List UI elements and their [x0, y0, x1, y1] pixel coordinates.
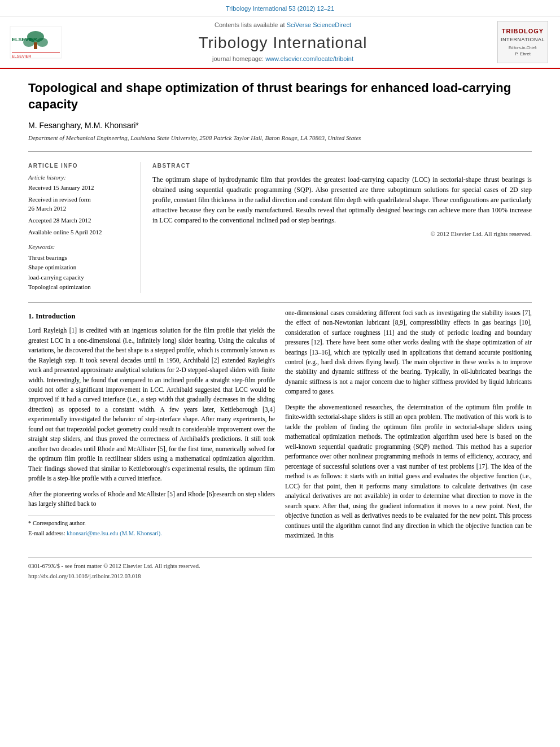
contents-note: Contents lists available at SciVerse Sci… [215, 21, 351, 29]
body-para-1: Lord Rayleigh [1] is credited with an in… [28, 326, 275, 484]
svg-rect-7 [12, 53, 60, 53]
body-divider [28, 302, 532, 303]
journal-header: ELSEVIER ELSEVIER Contents lists availab… [0, 16, 560, 69]
keyword-1: Thrust bearings [28, 254, 132, 262]
tribology-badge: TRIBOLOGY INTERNATIONAL Editors-in-Chief… [497, 21, 548, 63]
svg-text:ELSEVIER: ELSEVIER [12, 54, 31, 58]
article-info-col: ARTICLE INFO Article history: Received 1… [28, 162, 141, 292]
header-divider [28, 151, 532, 152]
abstract-copyright: © 2012 Elsevier Ltd. All rights reserved… [152, 230, 532, 238]
body-right-para-2: Despite the abovementioned researches, t… [285, 403, 532, 541]
abstract-title: ABSTRACT [152, 162, 532, 170]
badge-title: TRIBOLOGY [502, 27, 544, 36]
affiliation: Department of Mechanical Engineering, Lo… [28, 134, 532, 142]
article-content: Topological and shape optimization of th… [0, 69, 560, 592]
body-right-col: one-dimensional cases considering differ… [285, 308, 532, 547]
body-left-col: 1. Introduction Lord Rayleigh [1] is cre… [28, 308, 275, 547]
journal-header-center: Contents lists available at SciVerse Sci… [77, 21, 489, 63]
received-date: Received 15 January 2012 [28, 184, 132, 192]
body-para-2: After the pioneering works of Rhode and … [28, 490, 275, 509]
journal-citation-link[interactable]: Tribology International 53 (2012) 12–21 [226, 5, 334, 12]
top-bar: Tribology International 53 (2012) 12–21 [0, 0, 560, 16]
homepage-link[interactable]: www.elsevier.com/locate/triboint [265, 55, 353, 62]
journal-homepage: journal homepage: www.elsevier.com/locat… [212, 55, 353, 63]
svg-rect-6 [34, 42, 37, 49]
badge-line1: Editors-in-Chief: [509, 45, 537, 51]
revised-date: Received in revised form 26 March 2012 [28, 195, 132, 213]
abstract-col: ABSTRACT The optimum shape of hydrodynam… [152, 162, 532, 292]
online-date: Available online 5 April 2012 [28, 228, 132, 237]
svg-point-4 [23, 38, 34, 47]
article-meta-row: ARTICLE INFO Article history: Received 1… [28, 158, 532, 292]
svg-point-5 [37, 38, 48, 47]
sciverse-link[interactable]: SciVerse ScienceDirect [287, 21, 351, 28]
corresponding-note: * Corresponding author. E-mail address: … [28, 515, 275, 539]
keyword-4: Topological optimization [28, 283, 132, 291]
article-info-title: ARTICLE INFO [28, 162, 132, 170]
authors: M. Fesanghary, M.M. Khonsari* [28, 120, 532, 132]
keyword-3: load-carrying capacity [28, 273, 132, 282]
history-label: Article history: [28, 173, 132, 182]
body-right-para-1: one-dimensional cases considering differ… [285, 308, 532, 397]
abstract-text: The optimum shape of hydrodynamic film t… [152, 174, 532, 225]
article-footer: 0301-679X/$ - see front matter © 2012 El… [28, 557, 532, 580]
keywords-label: Keywords: [28, 243, 132, 251]
corresponding-star-note: * Corresponding author. [28, 519, 275, 528]
email-label: E-mail address: [28, 530, 65, 536]
journal-title: Tribology International [198, 32, 367, 54]
publisher-logo-area: ELSEVIER ELSEVIER [9, 21, 71, 63]
issn-line: 0301-679X/$ - see front matter © 2012 El… [28, 562, 532, 571]
section1-heading: 1. Introduction [28, 311, 275, 322]
email-link[interactable]: khonsari@me.lsu.edu (M.M. Khonsari). [67, 530, 162, 536]
badge-subtitle: INTERNATIONAL [501, 36, 545, 43]
keyword-2: Shape optimization [28, 263, 132, 272]
email-note: E-mail address: khonsari@me.lsu.edu (M.M… [28, 529, 275, 538]
accepted-date: Accepted 28 March 2012 [28, 216, 132, 225]
journal-badge-area: TRIBOLOGY INTERNATIONAL Editors-in-Chief… [495, 21, 551, 63]
article-title: Topological and shape optimization of th… [28, 80, 532, 112]
body-columns: 1. Introduction Lord Rayleigh [1] is cre… [28, 308, 532, 547]
doi-line: http://dx.doi.org/10.1016/j.triboint.201… [28, 573, 532, 581]
badge-line2: P. Ehret [515, 51, 531, 57]
elsevier-logo-icon: ELSEVIER ELSEVIER [9, 25, 63, 59]
